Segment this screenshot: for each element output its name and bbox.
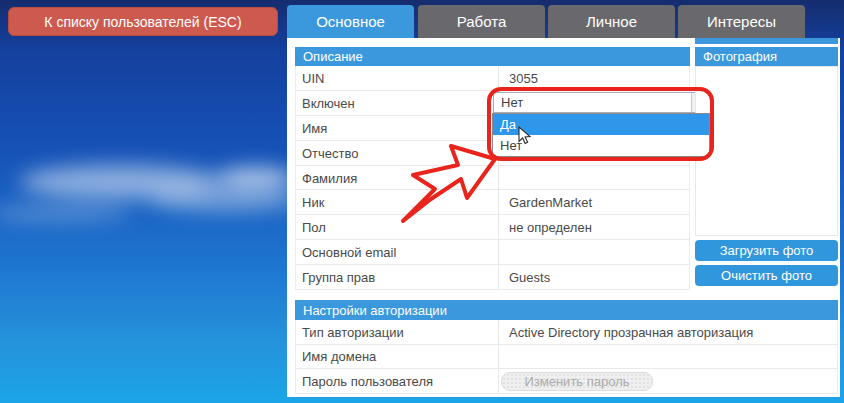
clear-photo-button[interactable]: Очистить фото	[695, 265, 838, 286]
dropdown-option-no[interactable]: Нет	[493, 135, 709, 156]
cloud-decoration	[215, 168, 295, 188]
row-label: Фамилия	[302, 170, 357, 185]
description-table: UIN 3055 Включен Нет Имя Отчество	[295, 66, 690, 290]
row-label: Ник	[302, 195, 324, 210]
tab-work[interactable]: Работа	[418, 5, 545, 38]
row-value[interactable]: Active Directory прозрачная авторизация	[509, 324, 753, 339]
table-row-auth-type: Тип авторизации Active Directory прозрач…	[296, 320, 837, 345]
enabled-dropdown-list: Да Нет	[492, 113, 710, 157]
upload-photo-button[interactable]: Загрузить фото	[695, 240, 838, 261]
row-label: UIN	[302, 70, 324, 85]
row-label: Пол	[302, 220, 326, 235]
row-value[interactable]: не определен	[509, 220, 592, 235]
tab-personal[interactable]: Личное	[548, 5, 675, 38]
selected-option-label: Нет	[494, 95, 523, 110]
row-value[interactable]: Guests	[509, 270, 550, 285]
table-row-gender: Пол не определен	[296, 215, 689, 240]
row-label: Тип авторизации	[302, 324, 404, 339]
row-label: Основной email	[302, 245, 396, 260]
row-label: Отчество	[302, 145, 359, 160]
change-password-button[interactable]: Изменить пароль	[501, 372, 653, 391]
row-label: Имя домена	[302, 349, 376, 364]
table-row-permission-group: Группа прав Guests	[296, 265, 689, 290]
tab-interests[interactable]: Интересы	[678, 5, 805, 38]
row-label: Включен	[302, 95, 355, 110]
auth-section-header: Настройки авторизации	[295, 300, 838, 320]
table-row-email: Основной email	[296, 240, 689, 265]
user-edit-screen: К списку пользователей (ESC) Основное Ра…	[0, 0, 844, 403]
auth-table: Тип авторизации Active Directory прозрач…	[295, 320, 838, 394]
row-value[interactable]: GardenMarket	[509, 195, 592, 210]
table-row-password: Пароль пользователя Изменить пароль	[296, 369, 837, 394]
back-to-user-list-button[interactable]: К списку пользователей (ESC)	[8, 7, 278, 36]
dropdown-option-yes[interactable]: Да	[493, 114, 709, 135]
table-row-uin: UIN 3055	[296, 66, 689, 91]
row-label: Имя	[302, 120, 327, 135]
table-row-lastname: Фамилия	[296, 166, 689, 191]
photo-preview-area	[695, 66, 838, 236]
tab-basic[interactable]: Основное	[287, 5, 414, 38]
row-label: Группа прав	[302, 270, 375, 285]
enabled-select[interactable]: Нет	[493, 92, 711, 113]
cloud-decoration	[150, 185, 300, 211]
photo-section-header: Фотография	[695, 47, 838, 66]
row-value[interactable]: 3055	[509, 70, 538, 85]
description-section-header: Описание	[295, 47, 690, 66]
cloud-decoration	[0, 205, 130, 221]
photo-section-top-strip	[695, 38, 838, 44]
table-row-domain: Имя домена	[296, 345, 837, 370]
table-row-nick: Ник GardenMarket	[296, 190, 689, 215]
row-label: Пароль пользователя	[302, 373, 433, 388]
main-panel: Описание UIN 3055 Включен Нет Имя	[287, 38, 840, 397]
